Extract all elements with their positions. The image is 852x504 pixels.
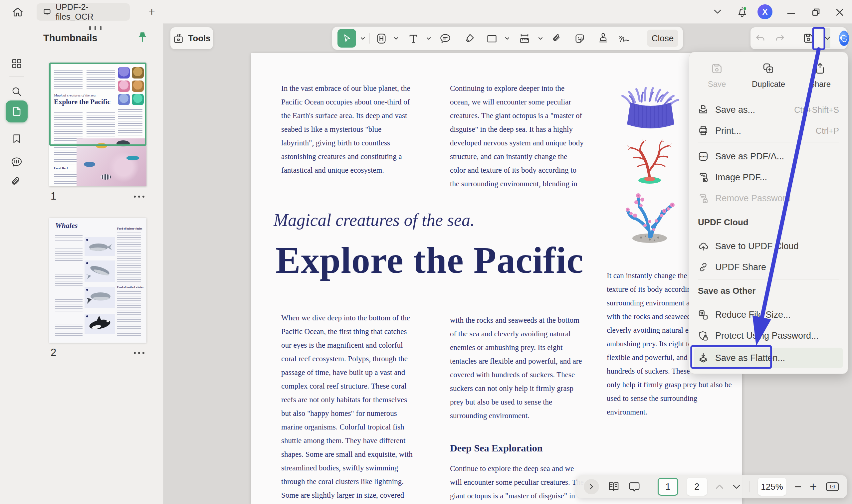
save-button[interactable] — [802, 32, 814, 44]
shape-tool-chevron[interactable] — [504, 36, 510, 41]
text-tool-chevron[interactable] — [426, 36, 431, 41]
sidebar-item-search[interactable] — [8, 83, 25, 100]
title-bar: UPDF-2-files_OCR + X — [0, 0, 852, 24]
signature-tool-button[interactable] — [618, 33, 631, 44]
menu-item-print[interactable]: Print... Ctrl+P — [694, 121, 843, 140]
menu-item-save-as-flatten[interactable]: Save as Flatten... — [694, 348, 843, 368]
panel-drag-handle[interactable] — [89, 26, 102, 30]
document-tab[interactable]: UPDF-2-files_OCR — [37, 3, 130, 21]
menu-divider — [698, 142, 839, 142]
anemone-image — [618, 85, 684, 131]
close-window-button[interactable] — [835, 7, 845, 17]
pen-tool-button[interactable] — [463, 33, 475, 44]
attach-tool-button[interactable] — [551, 33, 563, 44]
actual-size-button[interactable]: 1:1 — [825, 481, 840, 492]
zoom-level-button[interactable]: 125% — [758, 478, 786, 496]
avatar[interactable]: X — [758, 4, 773, 19]
thumbnail-text-lines — [117, 291, 141, 338]
mini-heading: Coral Reef — [54, 166, 68, 170]
zoom-in-button[interactable]: + — [810, 480, 817, 494]
save-options-chevron-button[interactable] — [824, 28, 830, 48]
doc-title: Explore the Pacific — [276, 239, 583, 282]
page-1-button[interactable]: 1 — [658, 478, 678, 496]
updf-ai-button[interactable] — [839, 31, 849, 46]
quick-save-label: Save — [708, 79, 726, 89]
bar-divider — [749, 481, 749, 492]
thumbnail-page-2[interactable]: Whales Food of baleen whales Food of too — [49, 218, 146, 343]
restore-button[interactable] — [811, 7, 821, 17]
page-2-options-icon[interactable] — [134, 352, 144, 354]
thumbnail-text-lines — [55, 274, 83, 288]
redo-button[interactable] — [775, 33, 785, 43]
heading-tool-button[interactable] — [375, 33, 387, 44]
close-tools-button[interactable]: Close — [647, 30, 678, 47]
menu-item-save-as[interactable]: Save as... Ctrl+Shift+S — [694, 100, 843, 120]
menu-quick-share[interactable]: Share — [795, 62, 845, 89]
sidebar-item-bookmarks[interactable] — [8, 130, 25, 147]
save-as-icon — [698, 105, 709, 115]
rectangle-icon — [486, 33, 498, 44]
menu-item-save-as-pdfa[interactable]: PDF/A Save as PDF/A... — [694, 147, 843, 166]
bell-icon — [735, 5, 749, 19]
measure-tool-button[interactable] — [518, 33, 531, 44]
page-2-button[interactable]: 2 — [687, 478, 707, 496]
menu-item-updf-share[interactable]: UPDF Share — [694, 257, 843, 277]
thumbnail-text-lines — [55, 324, 83, 338]
sidebar-item-appearance[interactable] — [8, 502, 25, 504]
minimize-button[interactable] — [786, 8, 796, 18]
new-tab-button[interactable]: + — [148, 7, 155, 17]
menu-item-label: UPDF Share — [715, 262, 766, 272]
menu-item-shortcut: Ctrl+Shift+S — [794, 105, 839, 115]
pin-panel-button[interactable] — [137, 31, 148, 44]
page-1-options-icon[interactable] — [134, 196, 144, 198]
select-tool-chevron[interactable] — [360, 36, 366, 41]
undo-button[interactable] — [755, 33, 766, 43]
sidebar-item-thumbnails-active[interactable] — [6, 101, 28, 122]
pin-icon — [137, 31, 148, 44]
menu-item-label: Save as... — [715, 105, 755, 115]
menu-item-protect-password[interactable]: Protect Using Password... — [694, 326, 843, 345]
text-tool-button[interactable] — [407, 33, 419, 44]
menu-item-reduce-file-size[interactable]: Reduce File Size... — [694, 305, 843, 324]
sticker-tool-button[interactable] — [574, 33, 586, 44]
presentation-icon — [628, 481, 641, 493]
doc-section-heading: Deep Sea Exploration — [450, 443, 543, 454]
comment-tool-button[interactable] — [439, 33, 451, 44]
measure-tool-chevron[interactable] — [538, 36, 543, 41]
titlebar-chevron-button[interactable] — [713, 8, 722, 15]
presentation-mode-button[interactable] — [628, 481, 641, 493]
ruler-icon — [518, 33, 531, 44]
chevron-down-icon — [713, 8, 722, 15]
sidebar-item-apps[interactable] — [8, 55, 25, 72]
home-button[interactable] — [11, 6, 24, 19]
blue-coral-image — [619, 190, 680, 244]
duplicate-icon — [762, 62, 775, 75]
paperclip-icon — [552, 33, 563, 44]
heading-tool-chevron[interactable] — [393, 36, 399, 41]
menu-item-save-to-cloud[interactable]: Save to UPDF Cloud — [694, 236, 843, 256]
shape-tool-button[interactable] — [486, 33, 498, 44]
previous-page-button[interactable] — [715, 483, 724, 490]
sidebar-item-comments[interactable] — [8, 154, 25, 170]
select-tool-button-active[interactable] — [337, 29, 356, 48]
menu-item-image-pdf[interactable]: Image PDF... — [694, 168, 843, 187]
zoom-out-button[interactable]: − — [795, 480, 801, 494]
notifications-button[interactable] — [735, 5, 749, 19]
page-layout-button[interactable] — [607, 481, 620, 493]
menu-quick-save[interactable]: Save — [692, 62, 742, 89]
link-icon — [698, 262, 709, 272]
menu-item-remove-password[interactable]: Remove Password — [694, 188, 843, 208]
sticker-icon — [574, 33, 585, 44]
tools-button[interactable]: Tools — [171, 27, 213, 49]
expand-bar-button[interactable] — [584, 479, 599, 494]
save-floppy-icon — [711, 62, 723, 75]
next-page-button[interactable] — [732, 483, 741, 490]
mini-heading: Food of baleen whales — [117, 227, 142, 230]
sidebar-item-attachments[interactable] — [8, 174, 25, 190]
tab-title: UPDF-2-files_OCR — [56, 2, 124, 22]
stamp-tool-button[interactable] — [597, 33, 609, 44]
menu-quick-duplicate[interactable]: Duplicate — [744, 62, 794, 89]
page-navigation-bar: 1 2 125% − + 1:1 — [576, 475, 847, 498]
toolbar-divider — [641, 33, 641, 43]
thumbnail-page-1[interactable]: Magical creatures of the sea. Explore th… — [49, 62, 146, 186]
